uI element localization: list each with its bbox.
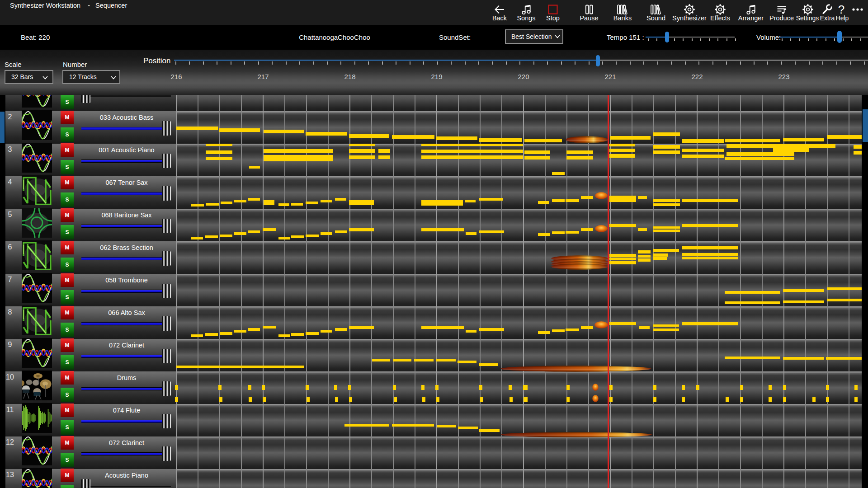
svg-text:?: ? — [838, 4, 844, 15]
